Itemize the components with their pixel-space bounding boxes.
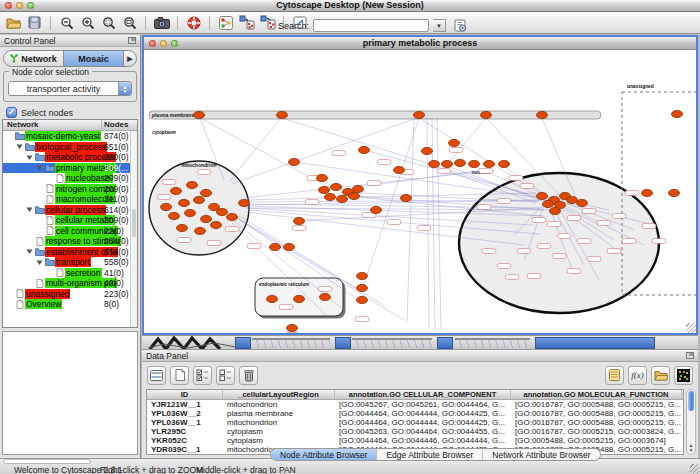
delete-attribute-icon[interactable] xyxy=(239,366,258,385)
table-row[interactable]: YJR121W__1mitochondrion[GO:0045267, GO:0… xyxy=(147,400,683,409)
apply-layout-alt-icon[interactable] xyxy=(257,13,278,32)
tree-row[interactable]: cellular process614(0) xyxy=(3,205,130,216)
import-file-icon[interactable] xyxy=(651,366,670,385)
graph-node[interactable] xyxy=(169,212,180,219)
expander-icon[interactable] xyxy=(15,143,24,150)
plasma-membrane-compartment[interactable] xyxy=(149,111,601,119)
graph-node[interactable] xyxy=(394,166,405,173)
create-attribute-icon[interactable] xyxy=(170,366,189,385)
function-builder-icon[interactable]: f(x) xyxy=(628,366,647,385)
graph-node[interactable] xyxy=(349,192,360,199)
table-row[interactable]: YPL036W__1mitochondrion[GO:0044464, GO:0… xyxy=(147,418,683,427)
zoom-out-icon[interactable] xyxy=(56,13,77,32)
graph-node[interactable] xyxy=(357,272,368,279)
tree-row[interactable]: nitrogen compo209(0) xyxy=(3,184,130,195)
graph-node[interactable] xyxy=(320,293,331,300)
tree-row[interactable]: multi-organism pro42(0) xyxy=(3,278,130,289)
network-close-button[interactable] xyxy=(149,40,156,47)
tab-node-attribute-browser[interactable]: Node Attribute Browser xyxy=(271,449,376,460)
snapshot-icon[interactable] xyxy=(151,13,172,32)
graph-node[interactable] xyxy=(161,203,172,210)
network-canvas[interactable]: plasma membranecytoplasmmitochondrionnuc… xyxy=(144,50,696,333)
graph-node[interactable] xyxy=(481,111,492,118)
graph-node[interactable] xyxy=(371,206,382,213)
search-input[interactable] xyxy=(313,19,429,32)
network-zoom-button[interactable] xyxy=(171,40,178,47)
expander-icon[interactable] xyxy=(35,164,44,171)
graph-node[interactable] xyxy=(270,243,281,250)
background-window-edge[interactable] xyxy=(352,338,432,348)
tree-row[interactable]: secretion41(0) xyxy=(3,268,130,279)
tree-row[interactable]: cellular metabo209(0) xyxy=(3,215,130,226)
graph-node[interactable] xyxy=(284,243,295,250)
help-icon[interactable] xyxy=(183,13,204,32)
graph-node[interactable] xyxy=(401,194,412,201)
expander-icon[interactable] xyxy=(25,154,34,161)
tree-row[interactable]: nucleobase-209(0) xyxy=(3,173,130,184)
graph-node[interactable] xyxy=(294,217,305,224)
tree-row[interactable]: response to stimulu264(0) xyxy=(3,236,130,247)
tree-row[interactable]: metabolic process280(0) xyxy=(3,152,130,163)
table-scrollbar-thumb[interactable] xyxy=(688,391,694,411)
graph-node[interactable] xyxy=(669,189,680,196)
graph-node[interactable] xyxy=(325,193,336,200)
graph-node[interactable] xyxy=(294,295,305,302)
graph-node[interactable] xyxy=(642,189,653,196)
minimized-window-titlebar[interactable] xyxy=(535,337,655,349)
background-windows-strip[interactable] xyxy=(142,335,698,349)
tree-row[interactable]: macromolecule311(0) xyxy=(3,194,130,205)
tree-row[interactable]: transport558(0) xyxy=(3,257,130,268)
close-button[interactable] xyxy=(5,2,12,9)
import-notes-icon[interactable] xyxy=(605,366,624,385)
graph-node[interactable] xyxy=(194,196,205,203)
graph-node[interactable] xyxy=(499,160,510,167)
select-nodes-checkbox[interactable]: ✓ xyxy=(6,107,17,118)
graph-node[interactable] xyxy=(414,111,425,118)
graph-node[interactable] xyxy=(319,186,330,193)
save-icon[interactable] xyxy=(24,13,45,32)
table-row[interactable]: YKR052Ccytoplasm[GO:0044464, GO:0044446,… xyxy=(147,436,683,445)
minimized-window-chip[interactable] xyxy=(437,337,453,349)
graph-node[interactable] xyxy=(211,221,222,228)
graph-node[interactable] xyxy=(201,189,212,196)
node-color-dropdown[interactable]: transporter activity ▲▼ xyxy=(8,81,132,96)
graph-node[interactable] xyxy=(185,209,196,216)
search-dropdown-icon[interactable]: ▼ xyxy=(433,19,446,32)
graph-node[interactable] xyxy=(277,111,288,118)
tree-row[interactable]: establishment of lo558(0) xyxy=(3,247,130,258)
tab-network-attribute-browser[interactable]: Network Attribute Browser xyxy=(482,449,599,460)
zoom-in-icon[interactable] xyxy=(77,13,98,32)
tab-network[interactable]: Network xyxy=(4,51,63,66)
graph-node[interactable] xyxy=(550,207,561,214)
tree-row[interactable]: unassigned223(0) xyxy=(3,289,130,300)
graph-node[interactable] xyxy=(317,174,328,181)
graph-node[interactable] xyxy=(429,160,440,167)
tab-edge-attribute-browser[interactable]: Edge Attribute Browser xyxy=(376,449,482,460)
zoom-selected-region-icon[interactable] xyxy=(98,13,119,32)
graph-node[interactable] xyxy=(567,196,578,203)
graph-node[interactable] xyxy=(337,195,348,202)
expander-icon[interactable] xyxy=(25,206,34,213)
tree-row[interactable]: mosaic-demo-yeast874(0) xyxy=(3,131,130,142)
column-header[interactable]: annotation.GO CELLULAR_COMPONENT xyxy=(335,390,511,399)
matrix-view-icon[interactable] xyxy=(674,366,693,385)
graph-node[interactable] xyxy=(537,192,548,199)
graph-node[interactable] xyxy=(455,159,466,166)
scrollbar-arrows-icon[interactable]: ▲▼ xyxy=(687,443,695,453)
float-panel-icon[interactable] xyxy=(686,352,694,359)
graph-node[interactable] xyxy=(195,227,206,234)
graph-node[interactable] xyxy=(357,284,368,291)
column-nodes[interactable]: Nodes xyxy=(101,120,137,130)
minimized-window-chip[interactable] xyxy=(335,337,351,349)
expander-icon[interactable] xyxy=(35,259,44,266)
tree-row[interactable]: primary metabo209(... xyxy=(3,163,130,174)
network-window-titlebar[interactable]: primary metabolic process xyxy=(144,37,696,50)
graph-node[interactable] xyxy=(289,158,300,165)
network-minimize-button[interactable] xyxy=(160,40,167,47)
graph-node[interactable] xyxy=(672,110,683,117)
window-resize-grip[interactable] xyxy=(686,323,696,333)
table-row[interactable]: YLR295Ccytoplasm[GO:0045263, GO:0044464,… xyxy=(147,427,683,436)
minimize-button[interactable] xyxy=(16,2,23,9)
background-window-edge[interactable] xyxy=(252,338,330,348)
graph-node[interactable] xyxy=(217,208,228,215)
